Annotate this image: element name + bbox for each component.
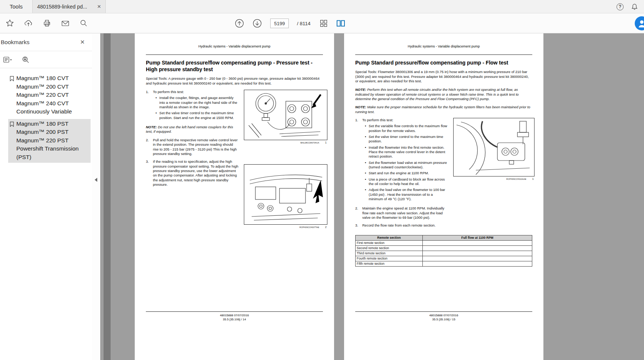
step-text: Pull and hold the respective remote valv… <box>153 138 239 156</box>
bookmark-line: Powershift Transmission <box>16 145 89 153</box>
page-up-icon[interactable] <box>235 19 244 28</box>
zoom-icon[interactable] <box>80 19 88 27</box>
note-text: Make sure the proper maintenance schedul… <box>355 105 530 113</box>
bullet-text: Adjust the load valve on the flowmeter t… <box>369 188 448 201</box>
bullet-text: Set the valve timer control to the maxim… <box>159 111 239 120</box>
two-column-layout: 1. To perform this test: Set the variabl… <box>355 118 532 231</box>
close-panel-icon[interactable]: × <box>80 38 85 46</box>
step-number: 3. <box>355 223 360 228</box>
tab-document[interactable]: 48015889-linked pd... × <box>32 0 106 13</box>
email-icon[interactable] <box>61 20 69 27</box>
note-label: NOTE: <box>355 105 366 109</box>
close-tab-icon[interactable]: × <box>97 3 101 10</box>
table-cell-value <box>422 261 532 266</box>
bookmark-line: Magnum™ 240 CVT <box>16 99 89 108</box>
organize-pages-icon[interactable] <box>320 19 328 27</box>
figure-number: 1 <box>532 177 534 181</box>
step-body: To perform this test: Install the couple… <box>153 90 239 122</box>
figure-number: 1 <box>325 141 327 144</box>
tab-bar: Tools 48015889-linked pd... × ? <box>0 0 644 13</box>
bullet-item: Adjust the load valve on the flowmeter t… <box>365 188 448 201</box>
content-left-shade <box>104 33 111 360</box>
panel-divider <box>92 33 100 360</box>
page-navigation-group: / 8114 <box>235 13 346 33</box>
bookmark-entry-cvt[interactable]: Magnum™ 180 CVT Magnum™ 200 CVT Magnum™ … <box>8 73 91 118</box>
pdf-page-right: Hydraulic systems - Variable displacemen… <box>344 33 543 360</box>
find-current-bookmark-icon[interactable] <box>22 56 30 64</box>
bullet-item: Install the coupler, fittings, and gauge… <box>156 96 239 109</box>
collapse-panel-arrow-icon[interactable] <box>94 177 98 184</box>
bullet-text: Set the variable flow controls to the ma… <box>369 124 448 133</box>
bullet-text: Start and run the engine at 1100 RPM. <box>369 171 429 175</box>
document-tab-title: 48015889-linked pd... <box>37 4 87 10</box>
bookmarks-panel-toolbar <box>0 51 92 68</box>
main-area: Bookmarks × Magnum™ 180 CVT Magnum™ 200 … <box>0 33 644 360</box>
bookmark-line: Magnum™ 220 CVT <box>16 91 89 99</box>
page-down-icon[interactable] <box>252 19 262 28</box>
table-cell-value <box>422 251 532 256</box>
table-cell-label: Fifth remote section <box>356 261 423 266</box>
header-rule <box>146 55 323 55</box>
document-content-area[interactable]: Hydraulic systems - Variable displacemen… <box>100 33 644 360</box>
footer-doc-number: 48015888 07/07/2016 <box>355 313 532 317</box>
bullet-item: Use a piece of cardboard to block air fl… <box>365 177 448 186</box>
print-icon[interactable] <box>43 19 51 27</box>
table-row: Third remote section <box>356 251 532 256</box>
bullet-item: Set the valve timer control to the maxim… <box>156 111 239 120</box>
two-page-view-icon[interactable] <box>336 19 346 27</box>
main-toolbar: / 8114 <box>0 13 644 33</box>
figure-compensator-adjustment: RCPH09CCH007TAE 2 <box>244 164 327 229</box>
step-3: 3. If the reading is not to specificatio… <box>146 159 239 187</box>
notifications-bell-icon[interactable] <box>631 3 638 10</box>
running-header: Hydraulic systems - Variable displacemen… <box>146 44 323 48</box>
step-text: To perform this test: <box>362 118 448 122</box>
pdf-page-left: Hydraulic systems - Variable displacemen… <box>135 33 334 360</box>
bookmarks-panel-header: Bookmarks × <box>0 33 92 51</box>
favorites-star-icon[interactable] <box>6 19 14 27</box>
table-row: First remote section <box>356 240 532 245</box>
table-cell-label: Second remote section <box>356 245 423 251</box>
bullet-item: Set the variable flow controls to the ma… <box>365 124 448 133</box>
table-cell-value <box>422 240 532 245</box>
bookmark-options-icon[interactable] <box>3 56 13 63</box>
bullet-list: Set the variable flow controls to the ma… <box>365 124 448 201</box>
note-paragraph: NOTE: Do not use the left hand remote co… <box>146 125 239 134</box>
footer-rule <box>146 311 323 312</box>
footer-rule <box>355 311 532 312</box>
bullet-list: Install the coupler, fittings, and gauge… <box>156 96 239 120</box>
step-2: 2. Pull and hold the respective remote v… <box>146 138 239 156</box>
bookmark-line: Magnum™ 200 CVT <box>16 83 89 91</box>
table-row: Second remote section <box>356 245 532 251</box>
page-number-input[interactable] <box>270 19 289 28</box>
figure-column: RCPH09CCH010AAE 1 <box>453 118 535 231</box>
tab-tools[interactable]: Tools <box>0 0 32 13</box>
bullet-item: Set the valve timer control to the maxim… <box>365 135 448 144</box>
table-cell-value <box>422 256 532 261</box>
page-footer: 48015888 07/07/2016 35.5 [35.106] / 14 <box>146 311 323 321</box>
figure-pressure-gauge: BAIL08CCM0734UA 1 <box>244 90 327 144</box>
bookmarks-panel-title: Bookmarks <box>1 39 30 46</box>
table-cell-label: Fourth remote section <box>356 256 423 261</box>
bullet-text: Set the flowmeter load valve at minimum … <box>369 161 448 170</box>
step-text: If the reading is not to specification, … <box>153 159 239 187</box>
text-column: 1. To perform this test: Install the cou… <box>146 90 239 229</box>
bookmark-line: Magnum™ 200 PST <box>16 128 89 136</box>
user-avatar[interactable] <box>635 16 644 30</box>
note-label: NOTE: <box>146 125 157 129</box>
figure-image <box>244 164 327 225</box>
table-row: Fourth remote section <box>356 256 532 261</box>
help-icon[interactable]: ? <box>617 3 624 10</box>
step-number: 2. <box>355 206 360 220</box>
table-header-full-flow: Full flow at 1100 RPM <box>422 235 532 240</box>
bookmark-line: (PST) <box>16 153 89 162</box>
bookmark-flag-icon <box>9 76 15 84</box>
note-label: NOTE: <box>355 87 366 92</box>
footer-section-page: 35.5 [35.106] / 14 <box>146 317 323 321</box>
note-paragraph: NOTE: Make sure the proper maintenance s… <box>355 105 532 114</box>
bookmarks-panel: Bookmarks × Magnum™ 180 CVT Magnum™ 200 … <box>0 33 92 360</box>
bookmark-entry-pst[interactable]: Magnum™ 180 PST Magnum™ 200 PST Magnum™ … <box>8 119 91 163</box>
cloud-upload-icon[interactable] <box>24 19 33 27</box>
figure-id: BAIL08CCM0734UA <box>300 142 319 144</box>
step-body: To perform this test: Set the variable f… <box>362 118 448 203</box>
figure-column: BAIL08CCM0734UA 1 <box>244 90 327 229</box>
